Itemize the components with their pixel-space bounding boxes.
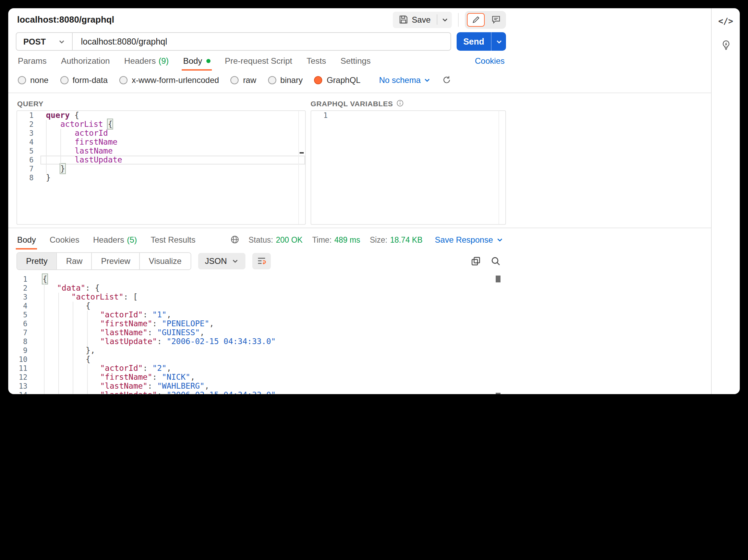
search-icon[interactable] — [491, 256, 500, 266]
line-number: 1 — [311, 111, 335, 120]
line-number: 8 — [17, 173, 40, 182]
wrap-text-icon[interactable] — [252, 253, 271, 269]
cookies-link[interactable]: Cookies — [475, 56, 506, 65]
copy-icon[interactable] — [471, 256, 481, 266]
line-number: 10 — [8, 355, 36, 364]
code-line[interactable]: 12"firstName": "NICK", — [8, 373, 506, 382]
body-mode-row: none form-data x-www-form-urlencoded raw… — [8, 71, 506, 89]
radio-icon — [268, 76, 276, 84]
method-select[interactable]: POST — [16, 33, 73, 50]
info-icon[interactable] — [396, 99, 404, 107]
lightbulb-icon[interactable] — [720, 40, 731, 51]
response-tab-body[interactable]: Body — [17, 230, 36, 249]
response-meta: Status:200 OK Time:489 ms Size:18.74 KB … — [230, 235, 506, 244]
size-stat: Size:18.74 KB — [370, 235, 423, 244]
tab-params[interactable]: Params — [18, 51, 47, 71]
tab-authorization[interactable]: Authorization — [61, 51, 110, 71]
tab-body[interactable]: Body — [183, 51, 210, 71]
refresh-schema-icon[interactable] — [442, 75, 451, 84]
tab-pre-request-script[interactable]: Pre-request Script — [225, 51, 292, 71]
code-line[interactable]: 5"actorId": "1", — [8, 311, 506, 319]
indent-guide — [44, 284, 45, 394]
edit-request-button[interactable] — [467, 13, 485, 26]
mode-raw[interactable]: raw — [231, 75, 256, 85]
code-line[interactable]: 1{ — [8, 275, 506, 284]
schema-select[interactable]: No schema — [379, 75, 430, 85]
code-line[interactable]: 11"actorId": "2", — [8, 364, 506, 373]
code-line[interactable]: 4{ — [8, 302, 506, 311]
save-button-group: Save — [393, 11, 452, 28]
send-options-button[interactable] — [491, 32, 506, 51]
indent-guide — [73, 302, 73, 394]
line-number: 4 — [17, 138, 40, 147]
code-line[interactable]: 13"lastName": "WAHLBERG", — [8, 382, 506, 391]
radio-icon — [18, 76, 26, 84]
mode-none[interactable]: none — [18, 75, 48, 85]
edit-mode-toggle — [465, 11, 506, 28]
indent-guide — [60, 129, 61, 165]
view-visualize[interactable]: Visualize — [140, 253, 191, 269]
globe-icon[interactable] — [230, 235, 239, 244]
save-options-button[interactable] — [437, 11, 452, 28]
response-tab-headers[interactable]: Headers(5) — [93, 230, 137, 249]
view-pretty[interactable]: Pretty — [17, 253, 57, 269]
view-raw[interactable]: Raw — [57, 253, 92, 269]
save-button[interactable]: Save — [393, 11, 437, 28]
code-line[interactable]: 14"lastUpdate": "2006-02-15 04:34:33.0" — [8, 391, 506, 394]
send-button-label[interactable]: Send — [457, 32, 491, 51]
mode-x-www-form-urlencoded[interactable]: x-www-form-urlencoded — [119, 75, 219, 85]
graphql-variables-editor[interactable]: 1 — [311, 110, 506, 225]
comment-button[interactable] — [487, 13, 504, 26]
save-response-button[interactable]: Save Response — [435, 235, 503, 244]
scroll-gutter — [498, 111, 499, 224]
format-select[interactable]: JSON — [198, 253, 245, 269]
editors-area: 1query {2actorList {3actorId4firstName5l… — [8, 110, 711, 225]
indent-guide — [87, 311, 88, 346]
view-preview[interactable]: Preview — [92, 253, 140, 269]
tab-settings[interactable]: Settings — [340, 51, 371, 71]
code-line[interactable]: 1 — [311, 111, 505, 120]
chevron-down-icon — [496, 236, 503, 243]
response-tab-test-results[interactable]: Test Results — [151, 230, 196, 249]
url-input[interactable]: localhost:8080/graphql — [73, 33, 450, 50]
editor-labels: QUERY GRAPHQL VARIABLES — [8, 96, 506, 110]
line-number: 3 — [8, 293, 36, 302]
radio-selected-icon — [314, 76, 323, 84]
request-url-row: POST localhost:8080/graphql Send — [8, 32, 506, 51]
code-line[interactable]: 3"actorList": [ — [8, 293, 506, 302]
tab-tests[interactable]: Tests — [306, 51, 326, 71]
line-number: 1 — [17, 111, 40, 120]
code-line[interactable]: 2"data": { — [8, 284, 506, 293]
code-line[interactable]: 10{ — [8, 355, 506, 364]
code-line[interactable]: 8"lastUpdate": "2006-02-15 04:34:33.0" — [8, 337, 506, 346]
time-value: 489 ms — [334, 235, 360, 244]
graphql-query-editor[interactable]: 1query {2actorList {3actorId4firstName5l… — [16, 110, 306, 225]
code-line[interactable]: 7} — [17, 165, 305, 173]
mode-graphql[interactable]: GraphQL — [314, 75, 361, 85]
code-line[interactable]: 9}, — [8, 346, 506, 355]
code-line[interactable]: 6"firstName": "PENELOPE", — [8, 319, 506, 328]
line-number: 11 — [8, 364, 36, 373]
code-line[interactable]: 7"lastName": "GUINESS", — [8, 328, 506, 337]
indent-guide — [46, 120, 47, 173]
send-button[interactable]: Send — [457, 32, 506, 51]
line-number: 8 — [8, 337, 36, 346]
variables-panel-title: GRAPHQL VARIABLES — [311, 99, 393, 107]
code-snippet-icon[interactable]: </> — [718, 16, 733, 26]
request-header-bar: localhost:8080/graphql Save — [8, 8, 506, 31]
query-panel-title: QUERY — [17, 99, 311, 107]
code-line[interactable]: 8} — [17, 173, 305, 182]
line-number: 6 — [17, 156, 40, 165]
response-code[interactable]: 1{2"data": {3"actorList": [4{5"actorId":… — [8, 272, 506, 394]
response-tab-cookies[interactable]: Cookies — [50, 230, 80, 249]
code-line[interactable]: 1query { — [17, 111, 305, 120]
line-number: 2 — [17, 120, 40, 129]
code-line[interactable]: 2actorList { — [17, 120, 305, 129]
tab-headers[interactable]: Headers(9) — [124, 51, 169, 71]
response-body-viewer[interactable]: 1{2"data": {3"actorList": [4{5"actorId":… — [8, 272, 506, 394]
mode-binary[interactable]: binary — [268, 75, 303, 85]
mode-form-data[interactable]: form-data — [60, 75, 108, 85]
line-number: 12 — [8, 373, 36, 382]
chevron-down-icon — [423, 76, 430, 83]
scrollbar-thumb[interactable] — [496, 276, 500, 282]
